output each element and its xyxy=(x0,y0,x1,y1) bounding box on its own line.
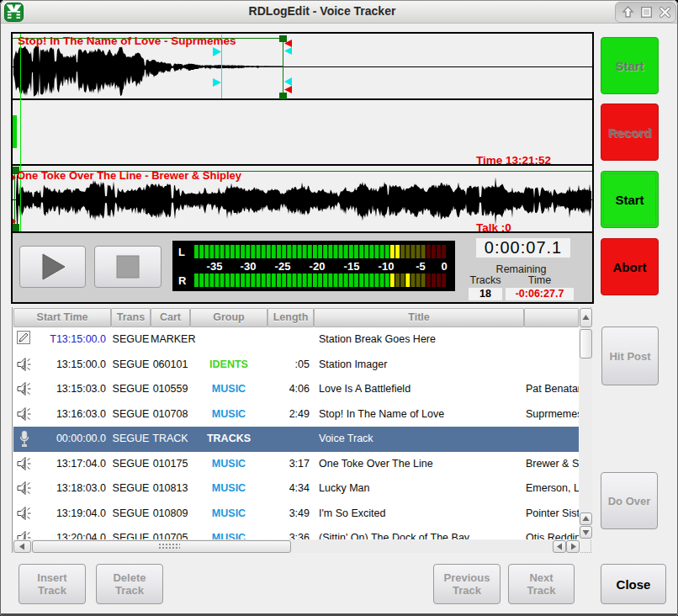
svg-text:-10: -10 xyxy=(379,260,395,273)
svg-text:L: L xyxy=(178,246,185,258)
svg-text:-15: -15 xyxy=(344,260,360,273)
svg-text:-5: -5 xyxy=(416,260,426,273)
svg-text:-30: -30 xyxy=(241,260,257,273)
svg-text:0: 0 xyxy=(441,260,447,273)
svg-text:-25: -25 xyxy=(275,260,291,273)
svg-text:R: R xyxy=(178,274,187,287)
svg-text:-20: -20 xyxy=(310,260,326,273)
svg-text:-35: -35 xyxy=(207,260,223,273)
